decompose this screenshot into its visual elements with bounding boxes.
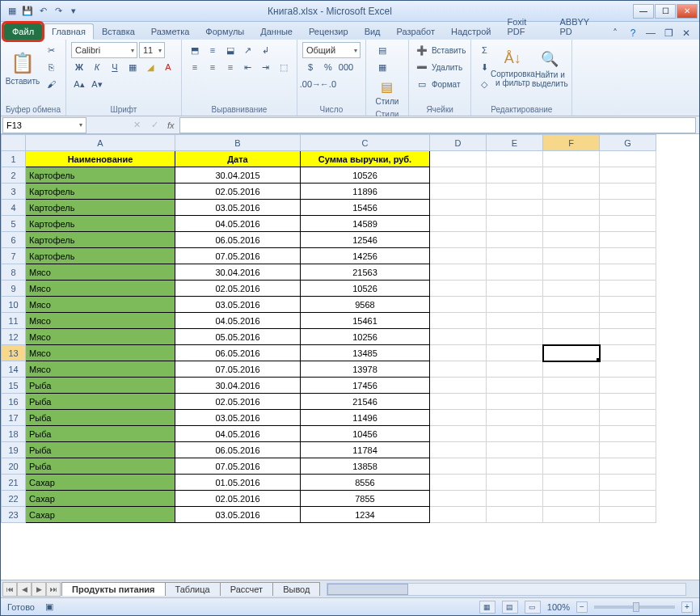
cell[interactable]: Мясо: [26, 264, 175, 281]
col-e[interactable]: E: [487, 135, 543, 151]
cell[interactable]: 05.05.2016: [175, 329, 301, 345]
cell[interactable]: 06.05.2016: [175, 232, 301, 248]
cell[interactable]: [430, 475, 487, 491]
close-button[interactable]: ✕: [677, 4, 698, 19]
cell[interactable]: 04.05.2016: [175, 313, 301, 329]
cell[interactable]: Мясо: [26, 297, 175, 313]
merge-icon[interactable]: ⬚: [276, 59, 292, 75]
nav-prev-icon[interactable]: ◀: [17, 582, 32, 597]
cell[interactable]: Картофель: [26, 216, 175, 232]
row-header[interactable]: 23: [2, 507, 26, 523]
cell[interactable]: Мясо: [26, 361, 175, 378]
cell[interactable]: [543, 475, 600, 491]
cell[interactable]: [600, 426, 656, 442]
cell[interactable]: [430, 184, 487, 200]
cell[interactable]: Рыба: [26, 426, 175, 442]
view-normal-icon[interactable]: ▦: [479, 601, 495, 614]
cell[interactable]: [487, 394, 543, 410]
cell[interactable]: 7855: [301, 491, 430, 507]
cell[interactable]: Мясо: [26, 329, 175, 345]
cell[interactable]: [430, 507, 487, 523]
cell[interactable]: [487, 184, 543, 200]
sheet-tab-1[interactable]: Продукты питания: [61, 582, 166, 596]
shrink-font-icon[interactable]: A▾: [89, 76, 105, 92]
cut-icon[interactable]: ✂: [43, 42, 59, 58]
cell[interactable]: 15456: [301, 200, 430, 216]
help-icon[interactable]: ?: [626, 27, 639, 40]
cell[interactable]: [600, 491, 656, 507]
cell[interactable]: 03.05.2016: [175, 507, 301, 523]
cell[interactable]: [600, 264, 656, 281]
cell[interactable]: 1234: [301, 507, 430, 523]
row-header[interactable]: 12: [2, 329, 26, 345]
cell[interactable]: [430, 248, 487, 264]
cell[interactable]: Сахар: [26, 491, 175, 507]
comma-icon[interactable]: 000: [338, 59, 354, 75]
cell[interactable]: 11784: [301, 442, 430, 458]
tab-addins[interactable]: Надстрой: [443, 23, 499, 40]
cell[interactable]: 02.05.2016: [175, 281, 301, 297]
col-c[interactable]: C: [301, 135, 430, 151]
cell[interactable]: 11896: [301, 184, 430, 200]
select-all-corner[interactable]: [2, 135, 26, 151]
nav-first-icon[interactable]: ⏮: [2, 582, 17, 597]
cell[interactable]: [487, 378, 543, 394]
font-name-combo[interactable]: Calibri: [71, 42, 137, 58]
fill-color-icon[interactable]: ◢: [142, 59, 158, 75]
cell[interactable]: [600, 394, 656, 410]
tab-review[interactable]: Рецензир: [301, 23, 356, 40]
zoom-slider[interactable]: [594, 605, 675, 609]
cell[interactable]: [430, 426, 487, 442]
cell[interactable]: [487, 507, 543, 523]
cell[interactable]: 07.05.2016: [175, 248, 301, 264]
cell[interactable]: [430, 361, 487, 378]
cell[interactable]: Картофель: [26, 167, 175, 184]
cell[interactable]: [543, 184, 600, 200]
align-middle-icon[interactable]: ≡: [205, 42, 221, 58]
cell[interactable]: Картофель: [26, 200, 175, 216]
tab-formulas[interactable]: Формулы: [197, 23, 252, 40]
row-header[interactable]: 13: [2, 345, 26, 361]
indent-dec-icon[interactable]: ⇤: [240, 59, 256, 75]
ribbon-min-icon[interactable]: ˄: [609, 27, 622, 40]
row-header[interactable]: 18: [2, 426, 26, 442]
cell[interactable]: [430, 264, 487, 281]
cell[interactable]: [600, 410, 656, 426]
cond-format-icon[interactable]: ▤: [371, 42, 394, 58]
bold-icon[interactable]: Ж: [71, 59, 87, 75]
group-editing[interactable]: Редактирование: [476, 103, 567, 114]
align-center-icon[interactable]: ≡: [205, 59, 221, 75]
cell[interactable]: [600, 167, 656, 184]
cell[interactable]: Мясо: [26, 281, 175, 297]
cell[interactable]: [487, 264, 543, 281]
minimize-button[interactable]: —: [633, 4, 654, 19]
cell[interactable]: 03.05.2016: [175, 297, 301, 313]
font-size-combo[interactable]: 11: [139, 42, 165, 58]
cell[interactable]: 12546: [301, 232, 430, 248]
row-header[interactable]: 5: [2, 216, 26, 232]
cell[interactable]: [487, 426, 543, 442]
sheet-tab-4[interactable]: Вывод: [272, 582, 320, 596]
formula-input[interactable]: [179, 117, 696, 133]
find-select-button[interactable]: 🔍 Найти и выделить: [533, 42, 567, 95]
cell[interactable]: 30.04.2016: [175, 264, 301, 281]
cell[interactable]: [430, 313, 487, 329]
cell[interactable]: 30.04.2016: [175, 378, 301, 394]
cell[interactable]: [430, 394, 487, 410]
cell[interactable]: Мясо: [26, 345, 175, 361]
cell[interactable]: Рыба: [26, 442, 175, 458]
cell[interactable]: [600, 184, 656, 200]
border-icon[interactable]: ▦: [124, 59, 141, 75]
cell[interactable]: [600, 361, 656, 378]
row-header[interactable]: 6: [2, 232, 26, 248]
row-header[interactable]: 8: [2, 264, 26, 281]
cell[interactable]: [543, 264, 600, 281]
tab-file[interactable]: Файл: [4, 23, 42, 40]
macro-rec-icon[interactable]: ▣: [41, 599, 57, 615]
cell[interactable]: [600, 475, 656, 491]
save-icon[interactable]: 💾: [21, 5, 34, 18]
row-header[interactable]: 15: [2, 378, 26, 394]
cell[interactable]: [430, 167, 487, 184]
font-color-icon[interactable]: A: [160, 59, 176, 75]
view-break-icon[interactable]: ▭: [525, 601, 541, 614]
